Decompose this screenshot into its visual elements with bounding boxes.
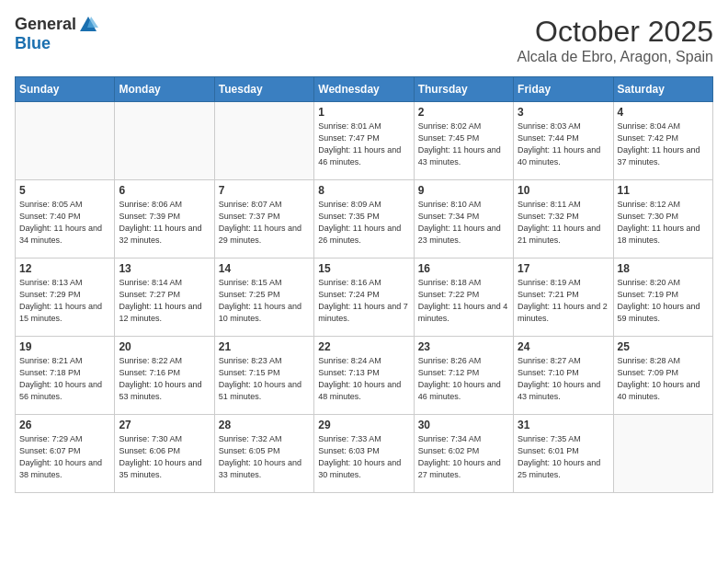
day-number: 7 xyxy=(219,184,310,197)
day-info: Sunrise: 8:04 AMSunset: 7:42 PMDaylight:… xyxy=(618,121,709,168)
day-info: Sunrise: 8:15 AMSunset: 7:25 PMDaylight:… xyxy=(219,277,310,325)
day-info: Sunrise: 8:09 AMSunset: 7:35 PMDaylight:… xyxy=(318,199,409,247)
calendar-cell: 5Sunrise: 8:05 AMSunset: 7:40 PMDaylight… xyxy=(16,180,115,259)
day-info: Sunrise: 8:02 AMSunset: 7:45 PMDaylight:… xyxy=(418,121,509,168)
day-number: 25 xyxy=(618,340,709,353)
day-number: 19 xyxy=(19,340,110,353)
day-number: 15 xyxy=(318,262,409,275)
calendar-cell: 29Sunrise: 7:33 AMSunset: 6:03 PMDayligh… xyxy=(314,415,414,493)
calendar-cell: 28Sunrise: 7:32 AMSunset: 6:05 PMDayligh… xyxy=(214,415,313,493)
day-info: Sunrise: 8:16 AMSunset: 7:24 PMDaylight:… xyxy=(318,277,409,325)
calendar-week-5: 26Sunrise: 7:29 AMSunset: 6:07 PMDayligh… xyxy=(16,415,713,493)
calendar-week-1: 1Sunrise: 8:01 AMSunset: 7:47 PMDaylight… xyxy=(16,102,713,180)
calendar-cell: 7Sunrise: 8:07 AMSunset: 7:37 PMDaylight… xyxy=(214,180,313,259)
calendar-cell xyxy=(613,415,712,493)
calendar-week-3: 12Sunrise: 8:13 AMSunset: 7:29 PMDayligh… xyxy=(16,259,713,337)
day-number: 2 xyxy=(418,106,509,119)
day-number: 20 xyxy=(119,340,210,353)
day-number: 27 xyxy=(119,419,210,431)
day-info: Sunrise: 8:10 AMSunset: 7:34 PMDaylight:… xyxy=(418,199,509,247)
day-number: 30 xyxy=(418,419,509,431)
day-number: 14 xyxy=(219,262,310,275)
weekday-header-thursday: Thursday xyxy=(414,77,513,102)
calendar-cell: 13Sunrise: 8:14 AMSunset: 7:27 PMDayligh… xyxy=(115,259,214,337)
day-number: 11 xyxy=(618,184,709,197)
calendar-week-4: 19Sunrise: 8:21 AMSunset: 7:18 PMDayligh… xyxy=(16,337,713,415)
day-number: 28 xyxy=(219,419,310,431)
calendar-cell: 2Sunrise: 8:02 AMSunset: 7:45 PMDaylight… xyxy=(414,102,513,180)
day-info: Sunrise: 7:30 AMSunset: 6:06 PMDaylight:… xyxy=(119,433,210,481)
calendar-cell xyxy=(115,102,214,180)
calendar-cell xyxy=(16,102,115,180)
day-number: 12 xyxy=(19,262,110,275)
title-area: October 2025 Alcala de Ebro, Aragon, Spa… xyxy=(518,15,713,65)
day-info: Sunrise: 7:32 AMSunset: 6:05 PMDaylight:… xyxy=(219,433,310,481)
location-title: Alcala de Ebro, Aragon, Spain xyxy=(518,49,713,65)
day-info: Sunrise: 8:06 AMSunset: 7:39 PMDaylight:… xyxy=(119,199,210,247)
calendar-cell: 16Sunrise: 8:18 AMSunset: 7:22 PMDayligh… xyxy=(414,259,513,337)
calendar-cell: 21Sunrise: 8:23 AMSunset: 7:15 PMDayligh… xyxy=(214,337,313,415)
day-number: 23 xyxy=(418,340,509,353)
day-info: Sunrise: 8:11 AMSunset: 7:32 PMDaylight:… xyxy=(518,199,609,247)
day-info: Sunrise: 8:21 AMSunset: 7:18 PMDaylight:… xyxy=(19,355,110,403)
day-number: 13 xyxy=(119,262,210,275)
day-info: Sunrise: 7:33 AMSunset: 6:03 PMDaylight:… xyxy=(318,433,409,481)
calendar-cell: 9Sunrise: 8:10 AMSunset: 7:34 PMDaylight… xyxy=(414,180,513,259)
day-number: 29 xyxy=(318,419,409,431)
calendar-cell: 23Sunrise: 8:26 AMSunset: 7:12 PMDayligh… xyxy=(414,337,513,415)
calendar-cell: 15Sunrise: 8:16 AMSunset: 7:24 PMDayligh… xyxy=(314,259,414,337)
day-number: 5 xyxy=(19,184,110,197)
day-info: Sunrise: 7:35 AMSunset: 6:01 PMDaylight:… xyxy=(518,433,609,481)
calendar-cell: 31Sunrise: 7:35 AMSunset: 6:01 PMDayligh… xyxy=(514,415,613,493)
logo: General Blue xyxy=(15,15,98,53)
day-number: 8 xyxy=(318,184,409,197)
calendar-cell: 20Sunrise: 8:22 AMSunset: 7:16 PMDayligh… xyxy=(115,337,214,415)
calendar-cell: 25Sunrise: 8:28 AMSunset: 7:09 PMDayligh… xyxy=(613,337,712,415)
calendar-cell: 6Sunrise: 8:06 AMSunset: 7:39 PMDaylight… xyxy=(115,180,214,259)
calendar-cell: 26Sunrise: 7:29 AMSunset: 6:07 PMDayligh… xyxy=(16,415,115,493)
day-info: Sunrise: 8:28 AMSunset: 7:09 PMDaylight:… xyxy=(618,355,709,403)
weekday-header-tuesday: Tuesday xyxy=(214,77,313,102)
day-info: Sunrise: 8:19 AMSunset: 7:21 PMDaylight:… xyxy=(518,277,609,325)
logo-general: General xyxy=(15,16,76,34)
day-number: 24 xyxy=(518,340,609,353)
day-number: 17 xyxy=(518,262,609,275)
calendar-cell: 30Sunrise: 7:34 AMSunset: 6:02 PMDayligh… xyxy=(414,415,513,493)
day-info: Sunrise: 8:22 AMSunset: 7:16 PMDaylight:… xyxy=(119,355,210,403)
day-number: 1 xyxy=(318,106,409,119)
day-info: Sunrise: 8:26 AMSunset: 7:12 PMDaylight:… xyxy=(418,355,509,403)
day-info: Sunrise: 8:24 AMSunset: 7:13 PMDaylight:… xyxy=(318,355,409,403)
day-info: Sunrise: 8:23 AMSunset: 7:15 PMDaylight:… xyxy=(219,355,310,403)
calendar-cell: 27Sunrise: 7:30 AMSunset: 6:06 PMDayligh… xyxy=(115,415,214,493)
weekday-header-saturday: Saturday xyxy=(613,77,712,102)
day-info: Sunrise: 8:18 AMSunset: 7:22 PMDaylight:… xyxy=(418,277,509,325)
header: General Blue October 2025 Alcala de Ebro… xyxy=(15,15,713,65)
calendar-table: SundayMondayTuesdayWednesdayThursdayFrid… xyxy=(15,76,713,493)
day-number: 22 xyxy=(318,340,409,353)
day-info: Sunrise: 8:13 AMSunset: 7:29 PMDaylight:… xyxy=(19,277,110,325)
day-number: 6 xyxy=(119,184,210,197)
weekday-header: SundayMondayTuesdayWednesdayThursdayFrid… xyxy=(16,77,713,102)
day-number: 3 xyxy=(518,106,609,119)
day-info: Sunrise: 8:27 AMSunset: 7:10 PMDaylight:… xyxy=(518,355,609,403)
day-info: Sunrise: 8:14 AMSunset: 7:27 PMDaylight:… xyxy=(119,277,210,325)
day-info: Sunrise: 8:12 AMSunset: 7:30 PMDaylight:… xyxy=(618,199,709,247)
calendar-cell: 14Sunrise: 8:15 AMSunset: 7:25 PMDayligh… xyxy=(214,259,313,337)
calendar-cell: 3Sunrise: 8:03 AMSunset: 7:44 PMDaylight… xyxy=(514,102,613,180)
calendar-cell xyxy=(214,102,313,180)
calendar-cell: 17Sunrise: 8:19 AMSunset: 7:21 PMDayligh… xyxy=(514,259,613,337)
day-number: 31 xyxy=(518,419,609,431)
calendar-cell: 24Sunrise: 8:27 AMSunset: 7:10 PMDayligh… xyxy=(514,337,613,415)
day-number: 10 xyxy=(518,184,609,197)
calendar-cell: 1Sunrise: 8:01 AMSunset: 7:47 PMDaylight… xyxy=(314,102,414,180)
weekday-header-wednesday: Wednesday xyxy=(314,77,414,102)
day-number: 26 xyxy=(19,419,110,431)
day-number: 18 xyxy=(618,262,709,275)
day-info: Sunrise: 7:34 AMSunset: 6:02 PMDaylight:… xyxy=(418,433,509,481)
weekday-header-sunday: Sunday xyxy=(16,77,115,102)
calendar-cell: 18Sunrise: 8:20 AMSunset: 7:19 PMDayligh… xyxy=(613,259,712,337)
day-number: 9 xyxy=(418,184,509,197)
month-title: October 2025 xyxy=(518,15,713,49)
calendar-cell: 11Sunrise: 8:12 AMSunset: 7:30 PMDayligh… xyxy=(613,180,712,259)
calendar-cell: 12Sunrise: 8:13 AMSunset: 7:29 PMDayligh… xyxy=(16,259,115,337)
